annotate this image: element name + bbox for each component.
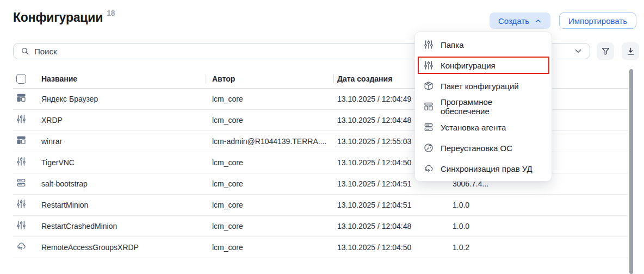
menu-item-label: Синхронизация прав УД [441, 164, 532, 173]
create-menu: ПапкаКонфигурацияПакет конфигурацийПрогр… [414, 32, 552, 182]
row-author: lcm_core [206, 152, 333, 173]
row-name: XRDP [41, 109, 206, 130]
server-icon [16, 178, 26, 188]
package-icon [424, 81, 434, 91]
import-button-label: Импортировать [568, 16, 627, 26]
menu-item-label: Пакет конфигураций [441, 82, 519, 91]
menu-item[interactable]: Программное обеспечение [415, 96, 552, 117]
row-type-cell [13, 109, 41, 130]
wrench-circle-icon [424, 143, 434, 153]
vertical-scrollbar[interactable] [629, 69, 633, 274]
row-name: RestartMinion [41, 194, 206, 215]
menu-item[interactable]: Пакет конфигураций [415, 76, 552, 96]
row-version: 1.0.0 [446, 194, 628, 215]
menu-item[interactable]: Папка [415, 34, 552, 55]
software-icon [424, 102, 434, 111]
row-type-cell [13, 236, 41, 258]
sliders-icon [16, 220, 26, 230]
sliders-icon [424, 60, 434, 70]
cloud-sync-icon [16, 241, 26, 251]
software-icon [16, 93, 26, 103]
row-author: lcm_core [206, 109, 333, 130]
row-name: Яндекс Браузер [41, 88, 206, 109]
row-created: 13.10.2025 / 12:04:51 [333, 194, 446, 215]
menu-item[interactable]: Установка агента [415, 117, 552, 138]
table-row[interactable]: RestartMinionlcm_core13.10.2025 / 12:04:… [13, 194, 628, 215]
row-type-cell [13, 152, 41, 173]
row-author: lcm_core [206, 173, 333, 194]
sliders-icon [16, 157, 26, 166]
configurations-page: Конфигурации18 Создать Импортировать [0, 0, 644, 274]
row-name: winrar [41, 130, 206, 152]
header-actions: Создать Импортировать [490, 13, 636, 29]
row-author: lcm_core [206, 194, 333, 215]
table-row[interactable]: RemoteAccessGroupsXRDPlcm_core13.10.2025… [13, 236, 628, 258]
row-name: RestartCrashedMinion [41, 215, 206, 236]
chevron-down-icon[interactable] [574, 47, 583, 55]
create-button[interactable]: Создать [490, 13, 550, 29]
page-header: Конфигурации18 Создать Импортировать [13, 8, 636, 29]
row-author: lcm_core [206, 88, 333, 109]
menu-item[interactable]: Конфигурация [415, 55, 552, 76]
menu-item-label: Переустановка ОС [441, 144, 512, 153]
row-name: salt-bootstrap [41, 173, 206, 194]
sliders-icon [16, 114, 26, 124]
menu-item[interactable]: Синхронизация прав УД [415, 158, 552, 179]
row-type-cell [13, 88, 41, 109]
item-count-badge: 18 [107, 9, 115, 17]
row-author: lcm_core [206, 215, 333, 236]
server-icon [424, 122, 434, 132]
menu-item-label: Программное обеспечение [441, 97, 543, 116]
row-created: 13.10.2025 / 12:04:48 [333, 215, 446, 236]
table-row[interactable]: RestartCrashedMinionlcm_core13.10.2025 /… [13, 215, 628, 236]
row-type-cell [13, 194, 41, 215]
column-header-name[interactable]: Название [41, 70, 206, 88]
filter-icon [601, 47, 610, 56]
download-icon [626, 47, 635, 56]
software-icon [16, 135, 26, 145]
select-all-checkbox[interactable] [16, 74, 26, 84]
filter-button[interactable] [597, 42, 614, 60]
page-title-text: Конфигурации [13, 10, 103, 24]
download-button[interactable] [622, 42, 639, 60]
row-created: 13.10.2025 / 12:04:50 [333, 236, 446, 258]
cloud-sync-icon [424, 164, 434, 173]
sliders-icon [424, 40, 434, 49]
search-icon [21, 47, 29, 55]
row-version: 1.0.0 [446, 215, 628, 236]
menu-item-label: Папка [441, 40, 463, 49]
select-all-cell [13, 70, 41, 88]
chevron-up-icon [535, 17, 542, 24]
create-button-label: Создать [498, 16, 529, 26]
row-type-cell [13, 215, 41, 236]
sliders-icon [16, 199, 26, 209]
menu-item-label: Конфигурация [441, 61, 496, 70]
import-button[interactable]: Импортировать [559, 13, 636, 29]
page-title: Конфигурации18 [13, 10, 115, 25]
row-author: lcm_core [206, 236, 333, 258]
menu-item[interactable]: Переустановка ОС [415, 138, 552, 158]
row-type-cell [13, 130, 41, 152]
row-type-cell [13, 173, 41, 194]
menu-item-label: Установка агента [441, 123, 506, 132]
column-header-author[interactable]: Автор [206, 70, 333, 88]
row-version: 1.0.2 [446, 236, 628, 258]
row-name: TigerVNC [41, 152, 206, 173]
row-name: RemoteAccessGroupsXRDP [41, 236, 206, 258]
row-author: lcm-admin@R1044139.TERRA.... [206, 130, 333, 152]
